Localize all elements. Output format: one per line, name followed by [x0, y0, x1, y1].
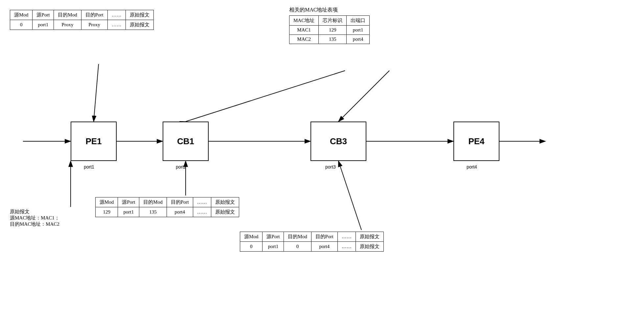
- svg-line-12: [338, 161, 361, 230]
- mid-row-0-5: 原始报文: [211, 207, 239, 217]
- bot-col-1: 源Port: [263, 232, 284, 242]
- mac-row-0-2: port1: [347, 26, 370, 35]
- mac-row-1-0: MAC2: [289, 35, 319, 44]
- mid-col-4: ……: [193, 197, 211, 207]
- port3-label: port3: [325, 164, 336, 170]
- mid-col-5: 原始报文: [211, 197, 239, 207]
- mid-col-0: 源Mod: [96, 197, 118, 207]
- top-row-0-4: ……: [107, 20, 126, 30]
- mac-row-1-2: port4: [347, 35, 370, 44]
- bot-row-0-5: 原始报文: [356, 242, 383, 252]
- mac-row-0-0: MAC1: [289, 26, 319, 35]
- orig-msg-line1: 原始报文: [10, 209, 59, 215]
- top-packet-table: 源Mod 源Port 目的Mod 目的Port …… 原始报文 0 port1 …: [10, 10, 154, 30]
- top-row-0-0: 0: [10, 20, 33, 30]
- mid-row-0-0: 129: [96, 207, 118, 217]
- mac-table-title: 相关的MAC地址表项: [289, 7, 370, 13]
- mac-row-0-1: 129: [319, 26, 347, 35]
- mac-address-section: 相关的MAC地址表项 MAC地址 芯片标识 出端口 MAC1 129 port1…: [289, 7, 370, 44]
- node-pe1-label: PE1: [85, 136, 102, 147]
- orig-msg-line2: 源MAC地址：MAC1；: [10, 215, 59, 221]
- col-header-yuanmod: 源Mod: [10, 10, 33, 20]
- bottom-packet-table: 源Mod 源Port 目的Mod 目的Port …… 原始报文 0 port1 …: [240, 232, 384, 252]
- bot-col-4: ……: [337, 232, 356, 242]
- mac-col-outport: 出端口: [347, 16, 370, 26]
- col-header-dots: ……: [107, 10, 126, 20]
- bot-row-0-2: 0: [284, 242, 311, 252]
- col-header-mudport: 目的Port: [81, 10, 107, 20]
- bot-row-0-3: port4: [311, 242, 337, 252]
- col-header-yuanport: 源Port: [33, 10, 54, 20]
- port2-label: port2: [176, 164, 186, 170]
- mid-col-1: 源Port: [118, 197, 139, 207]
- col-header-mudmod: 目的Mod: [54, 10, 81, 20]
- node-pe4-label: PE4: [468, 136, 484, 147]
- svg-line-9: [338, 71, 389, 122]
- node-cb3: CB3: [310, 122, 366, 161]
- svg-line-7: [94, 64, 99, 122]
- orig-msg-line3: 目的MAC地址：MAC2: [10, 221, 59, 227]
- port1-label: port1: [84, 164, 94, 170]
- top-row-0-3: Proxy: [81, 20, 107, 30]
- node-pe1: PE1: [71, 122, 117, 161]
- node-cb1-label: CB1: [177, 136, 194, 147]
- bot-col-5: 原始报文: [356, 232, 383, 242]
- middle-packet-table: 源Mod 源Port 目的Mod 目的Port …… 原始报文 129 port…: [95, 197, 239, 217]
- node-cb1: CB1: [163, 122, 209, 161]
- mid-col-2: 目的Mod: [139, 197, 167, 207]
- node-cb3-label: CB3: [330, 136, 347, 147]
- top-row-0-5: 原始报文: [126, 20, 153, 30]
- mac-col-chipid: 芯片标识: [319, 16, 347, 26]
- node-pe4: PE4: [453, 122, 499, 161]
- port4-label: port4: [467, 164, 477, 170]
- bot-col-0: 源Mod: [240, 232, 263, 242]
- mac-col-addr: MAC地址: [289, 16, 319, 26]
- mid-row-0-2: 135: [139, 207, 167, 217]
- bot-row-0-0: 0: [240, 242, 263, 252]
- bot-col-3: 目的Port: [311, 232, 337, 242]
- bot-col-2: 目的Mod: [284, 232, 311, 242]
- mid-col-3: 目的Port: [167, 197, 193, 207]
- top-row-0-1: port1: [33, 20, 54, 30]
- mid-row-0-3: port4: [167, 207, 193, 217]
- svg-line-8: [186, 71, 345, 122]
- mid-row-0-4: ……: [193, 207, 211, 217]
- mid-row-0-1: port1: [118, 207, 139, 217]
- bot-row-0-4: ……: [337, 242, 356, 252]
- col-header-rawmsg: 原始报文: [126, 10, 153, 20]
- original-message-text: 原始报文 源MAC地址：MAC1； 目的MAC地址：MAC2: [10, 209, 59, 227]
- bot-row-0-1: port1: [263, 242, 284, 252]
- mac-row-1-1: 135: [319, 35, 347, 44]
- top-row-0-2: Proxy: [54, 20, 81, 30]
